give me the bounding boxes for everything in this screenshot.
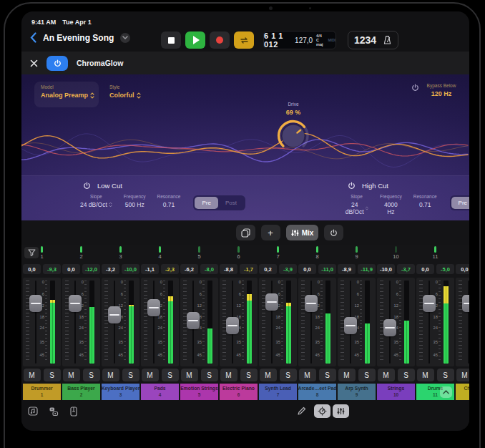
high-cut-frequency[interactable]: Frequency 4000 Hz <box>374 194 408 215</box>
mute-button[interactable]: M <box>63 369 80 381</box>
peak-value[interactable]: -2,3 <box>161 264 179 274</box>
fader-track[interactable] <box>343 279 358 365</box>
fader-handle[interactable] <box>147 299 160 316</box>
stop-button[interactable] <box>161 31 181 49</box>
record-button[interactable] <box>210 31 230 49</box>
solo-button[interactable]: S <box>358 369 376 381</box>
fader-track[interactable] <box>461 279 469 365</box>
solo-button[interactable]: S <box>201 369 218 381</box>
high-cut-power-button[interactable] <box>348 182 356 190</box>
fader-handle[interactable] <box>69 295 82 312</box>
mute-button[interactable]: M <box>142 369 159 381</box>
high-cut-slope[interactable]: Slope 24 dB/Oct <box>339 194 374 215</box>
cycle-button[interactable] <box>234 31 254 49</box>
fader-handle[interactable] <box>462 295 469 312</box>
volume-value[interactable]: 0,2 <box>259 264 277 274</box>
peak-value[interactable]: -3,9 <box>279 264 297 274</box>
fader-handle[interactable] <box>226 317 239 334</box>
pre-button[interactable]: Pre <box>451 197 469 209</box>
low-cut-power-button[interactable] <box>83 182 91 190</box>
peak-value[interactable]: -10,0 <box>122 264 139 274</box>
peak-value[interactable]: -9,3 <box>43 264 61 274</box>
volume-value[interactable]: 0,0 <box>416 264 434 274</box>
fader-handle[interactable] <box>29 295 42 312</box>
mute-button[interactable]: M <box>220 369 237 381</box>
close-plugin-button[interactable] <box>30 59 38 67</box>
fader-track[interactable] <box>304 279 318 365</box>
fader-handle[interactable] <box>344 317 357 334</box>
volume-value[interactable]: 0,0 <box>298 264 316 274</box>
solo-button[interactable]: S <box>122 369 139 381</box>
peak-value[interactable]: -3,7 <box>397 264 415 274</box>
fader-track[interactable] <box>68 279 82 365</box>
fader-track[interactable] <box>147 279 161 365</box>
model-select[interactable]: Model Analog Preamp <box>34 82 99 107</box>
track-tile[interactable]: Arcade…eet Pad 8 <box>298 384 336 400</box>
peak-value[interactable]: -12,0 <box>82 264 100 274</box>
song-title[interactable]: An Evening Song <box>43 33 114 43</box>
song-menu-button[interactable] <box>120 33 130 43</box>
track-tile[interactable]: Chorus V 12 <box>456 384 469 400</box>
track-tile[interactable]: Pads 4 <box>141 384 179 400</box>
fader-track[interactable] <box>383 279 397 365</box>
volume-value[interactable]: 0,0 <box>456 264 469 274</box>
bypass-below-control[interactable]: Bypass Below 120 Hz <box>416 83 466 97</box>
track-tile[interactable]: Emotion Strings 5 <box>180 384 218 400</box>
post-button[interactable]: Post <box>218 197 244 209</box>
solo-button[interactable]: S <box>398 369 415 381</box>
mix-view-button[interactable]: Mix <box>286 225 319 240</box>
mute-button[interactable]: M <box>181 369 198 381</box>
mute-button[interactable]: M <box>299 369 316 381</box>
solo-button[interactable]: S <box>44 369 61 381</box>
channel-power-button[interactable] <box>324 225 343 240</box>
fader-track[interactable] <box>107 279 122 365</box>
volume-value[interactable]: 0,0 <box>23 264 41 274</box>
add-plugin-button[interactable]: + <box>261 225 280 240</box>
solo-button[interactable]: S <box>319 369 336 381</box>
duplicate-plugin-button[interactable] <box>236 225 255 240</box>
fader-track[interactable] <box>422 279 436 365</box>
mute-button[interactable]: M <box>102 369 119 381</box>
volume-value[interactable]: -8,9 <box>338 264 356 274</box>
lcd-display[interactable]: 6 1 1 012 127,0 4/4 C maj MIDI <box>263 31 336 49</box>
volume-value[interactable]: -8,8 <box>220 264 237 274</box>
mute-button[interactable]: M <box>338 369 356 381</box>
style-select[interactable]: Style Colorful <box>109 84 141 99</box>
expand-track-button[interactable] <box>440 386 452 398</box>
edit-button[interactable] <box>296 404 306 418</box>
track-tile[interactable]: Synth Lead 7 <box>259 384 297 400</box>
plugin-power-button[interactable] <box>46 56 68 71</box>
peak-value[interactable]: -8,0 <box>200 264 218 274</box>
fader-handle[interactable] <box>423 295 436 312</box>
solo-button[interactable]: S <box>280 369 297 381</box>
track-tile[interactable]: Arp Synth 9 <box>338 384 376 400</box>
mute-button[interactable]: M <box>24 369 41 381</box>
mute-button[interactable]: M <box>378 369 395 381</box>
peak-value[interactable]: -11,0 <box>318 264 336 274</box>
solo-button[interactable]: S <box>83 369 100 381</box>
fader-handle[interactable] <box>383 319 396 336</box>
volume-value[interactable]: -10,0 <box>377 264 395 274</box>
volume-value[interactable]: -6,2 <box>180 264 198 274</box>
track-tile[interactable]: Drummer 1 <box>23 384 61 400</box>
metronome-button[interactable] <box>383 35 392 45</box>
low-cut-slope[interactable]: Slope 24 dB/Oct <box>74 194 118 208</box>
solo-button[interactable]: S <box>162 369 179 381</box>
controls-view-button[interactable] <box>314 404 330 418</box>
volume-value[interactable]: -3,2 <box>102 264 119 274</box>
fader-track[interactable] <box>29 279 43 365</box>
fader-track[interactable] <box>225 279 240 365</box>
high-cut-resonance[interactable]: Resonance 0.71 <box>408 194 443 208</box>
peak-value[interactable]: -1,7 <box>240 264 258 274</box>
solo-button[interactable]: S <box>437 369 454 381</box>
peak-value[interactable]: -11,9 <box>358 264 376 274</box>
fader-track[interactable] <box>265 279 279 365</box>
fader-handle[interactable] <box>187 312 200 329</box>
solo-button[interactable]: S <box>240 369 258 381</box>
track-tile[interactable]: Bass Player 2 <box>62 384 100 400</box>
low-cut-frequency[interactable]: Frequency 500 Hz <box>118 194 152 208</box>
fader-track[interactable] <box>186 279 200 365</box>
fader-handle[interactable] <box>265 293 278 311</box>
mixer-view-button[interactable] <box>333 404 349 418</box>
track-tile[interactable]: Electric Piano 6 <box>220 384 258 400</box>
